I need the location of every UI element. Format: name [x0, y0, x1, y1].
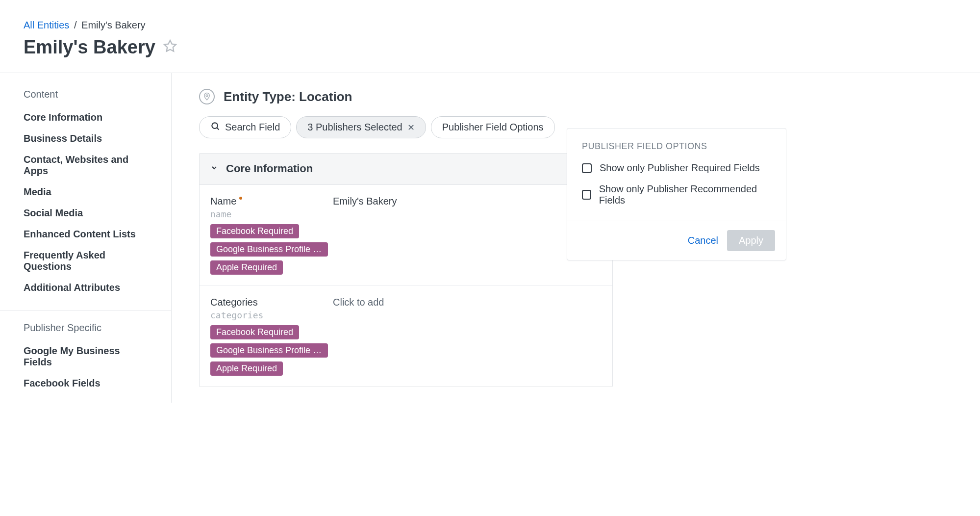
popover-title: PUBLISHER FIELD OPTIONS	[582, 141, 771, 152]
option-label: Show only Publisher Required Fields	[600, 162, 760, 174]
option-required-fields[interactable]: Show only Publisher Required Fields	[582, 162, 771, 174]
publishers-selected-pill[interactable]: 3 Publishers Selected ✕	[296, 116, 426, 138]
field-value: Emily's Bakery	[333, 196, 397, 275]
entity-type-heading: Entity Type: Location	[224, 89, 352, 104]
publisher-badge: Apple Required	[210, 260, 283, 275]
sidebar-item-faq[interactable]: Frequently Asked Questions	[0, 245, 171, 277]
required-indicator-icon	[239, 197, 242, 200]
sidebar-item-google-my-business[interactable]: Google My Business Fields	[0, 340, 171, 373]
section-header[interactable]: Core Information	[200, 154, 612, 184]
field-code: name	[210, 209, 333, 219]
publisher-badge: Facebook Required	[210, 224, 299, 238]
sidebar-item-enhanced-content-lists[interactable]: Enhanced Content Lists	[0, 224, 171, 245]
svg-point-1	[206, 95, 208, 97]
option-recommended-fields[interactable]: Show only Publisher Recommended Fields	[582, 183, 771, 206]
core-information-section: Core Information Name name Facebook Requ…	[199, 153, 613, 387]
section-title: Core Information	[226, 162, 313, 175]
svg-marker-0	[164, 40, 176, 51]
svg-line-3	[217, 128, 219, 130]
apply-button[interactable]: Apply	[727, 230, 775, 251]
publisher-badge: Apple Required	[210, 361, 283, 376]
main-content: Entity Type: Location Search Field 3 Pub…	[172, 73, 980, 403]
breadcrumb-current: Emily's Bakery	[81, 20, 146, 30]
svg-point-2	[212, 123, 218, 129]
publisher-field-options-label: Publisher Field Options	[442, 122, 544, 133]
checkbox-icon[interactable]	[582, 190, 591, 200]
field-row-categories[interactable]: Categories categories Facebook Required …	[200, 285, 612, 387]
cancel-button[interactable]: Cancel	[688, 235, 718, 246]
option-label: Show only Publisher Recommended Fields	[599, 183, 771, 206]
clear-publishers-icon[interactable]: ✕	[407, 122, 415, 133]
chevron-down-icon	[210, 164, 218, 174]
sidebar-item-media[interactable]: Media	[0, 181, 171, 203]
sidebar-item-contact-websites-apps[interactable]: Contact, Websites and Apps	[0, 149, 171, 181]
sidebar-item-social-media[interactable]: Social Media	[0, 203, 171, 224]
field-label: Categories	[210, 297, 258, 308]
publishers-selected-label: 3 Publishers Selected	[307, 122, 402, 133]
publisher-badge: Google Business Profile Req…	[210, 242, 328, 257]
field-label: Name	[210, 196, 236, 207]
sidebar-group-content: Content	[0, 89, 171, 107]
field-row-name[interactable]: Name name Facebook Required Google Busin…	[200, 184, 612, 285]
search-icon	[210, 121, 220, 133]
search-field-pill[interactable]: Search Field	[199, 116, 291, 138]
search-field-label: Search Field	[225, 122, 280, 133]
breadcrumb-separator: /	[74, 20, 77, 30]
breadcrumb-root-link[interactable]: All Entities	[24, 20, 69, 30]
sidebar-item-core-information[interactable]: Core Information	[0, 107, 171, 128]
publisher-badge: Facebook Required	[210, 325, 299, 339]
checkbox-icon[interactable]	[582, 163, 592, 173]
sidebar-group-publisher: Publisher Specific	[0, 322, 171, 340]
sidebar-item-facebook-fields[interactable]: Facebook Fields	[0, 373, 171, 394]
page-title: Emily's Bakery	[24, 37, 155, 58]
sidebar-item-business-details[interactable]: Business Details	[0, 128, 171, 149]
publisher-badge: Google Business Profile Req…	[210, 343, 328, 358]
favorite-star-icon[interactable]	[163, 39, 177, 55]
sidebar: Content Core Information Business Detail…	[0, 73, 172, 403]
publisher-field-options-pill[interactable]: Publisher Field Options	[431, 116, 555, 138]
breadcrumb: All Entities / Emily's Bakery	[24, 20, 956, 31]
field-value-placeholder[interactable]: Click to add	[333, 297, 384, 376]
publisher-field-options-popover: PUBLISHER FIELD OPTIONS Show only Publis…	[567, 128, 786, 260]
location-pin-icon	[199, 89, 215, 104]
sidebar-item-additional-attributes[interactable]: Additional Attributes	[0, 277, 171, 298]
field-code: categories	[210, 310, 333, 320]
